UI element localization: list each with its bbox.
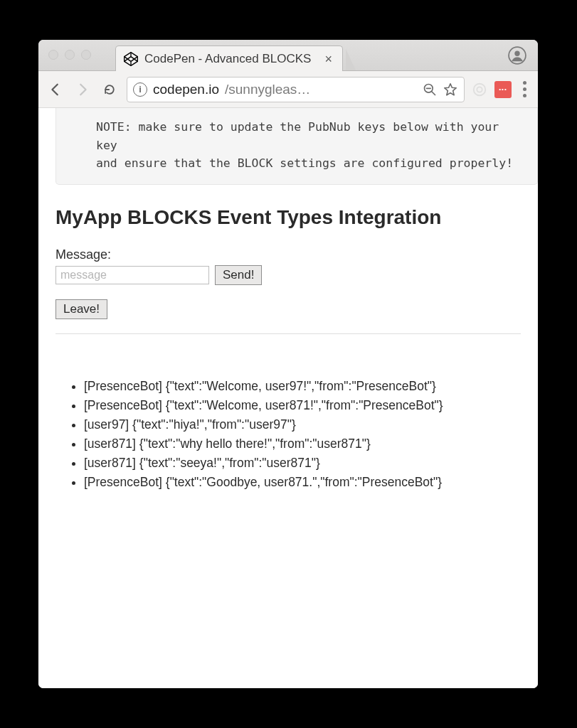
separator xyxy=(55,333,521,334)
page-title: MyApp BLOCKS Event Types Integration xyxy=(55,206,521,229)
url-path: /sunnygleas… xyxy=(225,82,310,97)
svg-point-6 xyxy=(477,87,482,92)
svg-point-5 xyxy=(474,83,486,95)
close-tab-icon[interactable]: × xyxy=(322,53,335,65)
message-label: Message: xyxy=(55,247,521,262)
list-item: [PresenceBot] {"text":"Welcome, user97!"… xyxy=(84,377,521,396)
list-item: [user871] {"text":"why hello there!","fr… xyxy=(84,434,521,454)
browser-window: CodePen - Advanced BLOCKS × i xyxy=(38,40,538,688)
note-line: and ensure that the BLOCK settings are c… xyxy=(96,154,526,173)
close-window-button[interactable] xyxy=(48,50,58,60)
profile-icon[interactable] xyxy=(508,46,526,65)
extension-lastpass-icon[interactable]: ••• xyxy=(494,81,512,98)
address-bar[interactable]: i codepen.io/sunnygleas… xyxy=(127,77,465,102)
forward-button[interactable] xyxy=(73,80,92,100)
browser-menu-button[interactable] xyxy=(519,81,531,97)
codepen-icon xyxy=(123,51,139,67)
bookmark-star-icon[interactable] xyxy=(443,82,458,97)
note-line: NOTE: make sure to update the PubNub key… xyxy=(96,118,526,154)
list-item: [PresenceBot] {"text":"Goodbye, user871.… xyxy=(84,473,521,492)
new-tab-button[interactable] xyxy=(346,49,356,70)
list-item: [user871] {"text":"seeya!","from":"user8… xyxy=(84,454,521,473)
message-row: Send! xyxy=(55,265,521,285)
window-controls xyxy=(48,50,91,60)
zoom-out-icon[interactable] xyxy=(423,82,437,97)
note-box: NOTE: make sure to update the PubNub key… xyxy=(55,108,538,185)
maximize-window-button[interactable] xyxy=(81,50,91,60)
tab-title: CodePen - Advanced BLOCKS xyxy=(144,52,316,66)
minimize-window-button[interactable] xyxy=(65,50,75,60)
message-list: [PresenceBot] {"text":"Welcome, user97!"… xyxy=(67,377,521,493)
send-button[interactable]: Send! xyxy=(215,265,262,285)
leave-button[interactable]: Leave! xyxy=(55,299,107,319)
site-info-icon[interactable]: i xyxy=(133,82,147,97)
list-item: [user97] {"text":"hiya!","from":"user97"… xyxy=(84,415,521,434)
svg-line-3 xyxy=(432,91,435,95)
svg-point-1 xyxy=(514,51,519,56)
browser-tab[interactable]: CodePen - Advanced BLOCKS × xyxy=(115,46,343,71)
url-host: codepen.io xyxy=(153,82,219,97)
back-button[interactable] xyxy=(46,80,65,100)
list-item: [PresenceBot] {"text":"Welcome, user871!… xyxy=(84,396,521,415)
message-input[interactable] xyxy=(55,266,209,284)
reload-button[interactable] xyxy=(100,80,120,100)
page-viewport: NOTE: make sure to update the PubNub key… xyxy=(38,108,538,688)
extension-icon[interactable] xyxy=(472,82,487,97)
browser-toolbar: i codepen.io/sunnygleas… •• xyxy=(38,71,538,108)
tab-strip: CodePen - Advanced BLOCKS × xyxy=(38,40,538,71)
